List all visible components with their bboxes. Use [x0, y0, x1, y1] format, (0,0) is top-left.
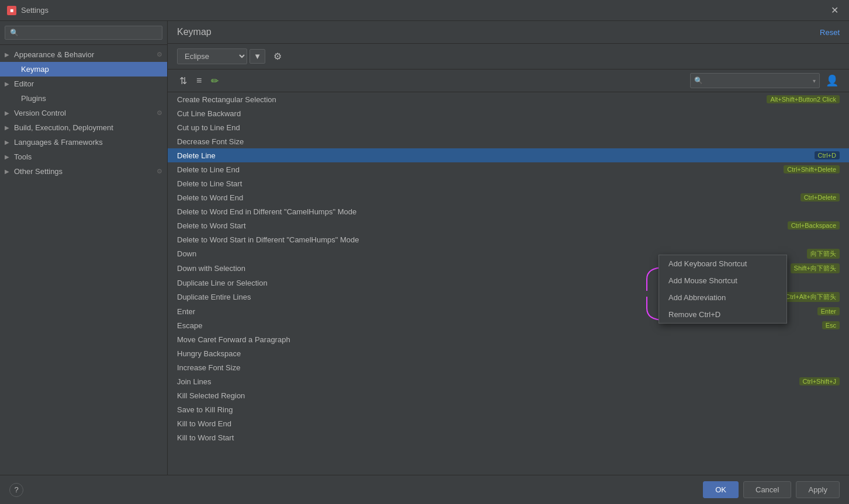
sidebar-item-languages[interactable]: ▶ Languages & Frameworks	[0, 135, 167, 150]
context-menu-item-remove[interactable]: Remove Ctrl+D	[659, 306, 786, 323]
context-menu-item-add-abbreviation[interactable]: Add Abbreviation	[659, 289, 786, 306]
table-row[interactable]: Cut Line Backward	[168, 106, 849, 120]
keymap-selector: Eclipse ▼	[177, 48, 265, 64]
sidebar-item-editor[interactable]: ▶ Editor	[0, 77, 167, 91]
expand-arrow-other: ▶	[5, 168, 11, 175]
keymap-filter-input[interactable]	[705, 75, 810, 86]
table-row[interactable]: Cut up to Line End	[168, 120, 849, 134]
main-content: ▶ Appearance & Behavior ⚙ Keymap ▶ Edito…	[0, 21, 849, 475]
table-row[interactable]: Join Lines Ctrl+Shift+J	[168, 374, 849, 388]
ok-button[interactable]: OK	[703, 481, 739, 498]
sidebar-item-other[interactable]: ▶ Other Settings ⚙	[0, 164, 167, 179]
shortcut-badge: Ctrl+Shift+J	[799, 377, 840, 385]
sidebar-label-other: Other Settings	[14, 167, 63, 176]
sidebar-label-vcs: Version Control	[14, 109, 66, 117]
table-row[interactable]: Kill to Word End	[168, 416, 849, 430]
sidebar-label-keymap: Keymap	[21, 65, 49, 74]
expand-arrow-vcs: ▶	[5, 110, 11, 116]
expand-all-button[interactable]: ⇅	[177, 74, 189, 88]
shortcut-badge: 向下箭头	[807, 249, 840, 259]
sidebar-item-build[interactable]: ▶ Build, Execution, Deployment	[0, 120, 167, 135]
action-name: Move Caret Forward a Paragraph	[177, 335, 840, 344]
expand-arrow-appearance: ▶	[5, 51, 11, 58]
expand-arrow-build: ▶	[5, 124, 11, 131]
help-button[interactable]: ?	[9, 483, 23, 497]
context-menu-label-add-abbreviation: Add Abbreviation	[668, 293, 726, 302]
table-row[interactable]: Delete to Word End Ctrl+Delete	[168, 190, 849, 204]
sidebar-search-input[interactable]	[5, 26, 162, 40]
table-row[interactable]: Kill to Word Start	[168, 430, 849, 444]
context-menu-label-add-mouse: Add Mouse Shortcut	[668, 276, 737, 285]
table-row[interactable]: Delete to Word End in Different "CamelHu…	[168, 204, 849, 218]
table-row[interactable]: Delete to Word Start in Different "Camel…	[168, 232, 849, 246]
action-name: Delete to Line End	[177, 165, 779, 174]
table-row[interactable]: Decrease Font Size	[168, 134, 849, 148]
action-name: Kill to Word Start	[177, 433, 840, 442]
sidebar-item-tools[interactable]: ▶ Tools	[0, 150, 167, 164]
collapse-all-button[interactable]: ≡	[194, 74, 204, 87]
table-row[interactable]: Delete to Word Start Ctrl+Backspace	[168, 218, 849, 232]
sidebar-label-build: Build, Execution, Deployment	[14, 123, 113, 132]
sidebar-item-keymap[interactable]: Keymap	[0, 62, 167, 77]
keymap-dropdown-arrow[interactable]: ▼	[249, 49, 265, 64]
sidebar: ▶ Appearance & Behavior ⚙ Keymap ▶ Edito…	[0, 21, 168, 475]
edit-button[interactable]: ✏	[209, 74, 221, 88]
sidebar-item-plugins[interactable]: Plugins	[0, 91, 167, 106]
cancel-button[interactable]: Cancel	[743, 481, 791, 498]
page-title: Keymap	[177, 27, 212, 37]
context-menu-item-add-mouse[interactable]: Add Mouse Shortcut	[659, 272, 786, 289]
sidebar-tree: ▶ Appearance & Behavior ⚙ Keymap ▶ Edito…	[0, 45, 167, 475]
action-name: Delete to Word Start in Different "Camel…	[177, 235, 840, 244]
expand-arrow-tools: ▶	[5, 154, 11, 160]
sidebar-item-appearance[interactable]: ▶ Appearance & Behavior ⚙	[0, 47, 167, 62]
sidebar-item-vcs[interactable]: ▶ Version Control ⚙	[0, 106, 167, 120]
close-button[interactable]: ✕	[827, 4, 842, 17]
context-menu-label-add-keyboard: Add Keyboard Shortcut	[668, 259, 747, 268]
action-name: Increase Font Size	[177, 363, 840, 372]
shortcut-badge: Esc	[822, 321, 840, 329]
action-name: Cut Line Backward	[177, 109, 840, 118]
shortcut-badge: Ctrl+Shift+Delete	[784, 165, 840, 173]
action-name: Join Lines	[177, 377, 795, 386]
action-name: Delete to Word End	[177, 193, 796, 202]
expand-arrow-editor: ▶	[5, 81, 11, 87]
apply-button[interactable]: Apply	[796, 481, 840, 498]
sidebar-search-box	[0, 21, 167, 45]
expand-arrow-languages: ▶	[5, 139, 11, 145]
action-name: Decrease Font Size	[177, 137, 840, 146]
main-header: Keymap Reset	[168, 21, 849, 44]
shortcut-badge: Ctrl+Alt+向下箭头	[782, 292, 840, 302]
shortcut-badge: Alt+Shift+Button2 Click	[767, 95, 840, 103]
main-panel: Keymap Reset Eclipse ▼ ⚙ ⇅ ≡ ✏	[168, 21, 849, 475]
sidebar-label-appearance: Appearance & Behavior	[14, 50, 94, 59]
filter-dropdown-icon: ▾	[813, 78, 816, 84]
keymap-settings-gear[interactable]: ⚙	[270, 50, 285, 63]
table-row-delete-line[interactable]: Delete Line Ctrl+D	[168, 148, 849, 162]
table-row[interactable]: Kill Selected Region	[168, 388, 849, 402]
table-row[interactable]: Save to Kill Ring	[168, 402, 849, 416]
shortcut-badge-delete-line: Ctrl+D	[815, 151, 840, 159]
table-row[interactable]: Increase Font Size	[168, 360, 849, 374]
keymap-dropdown[interactable]: Eclipse	[177, 48, 247, 64]
context-menu-item-add-keyboard[interactable]: Add Keyboard Shortcut	[659, 255, 786, 272]
user-icon-button[interactable]: 👤	[824, 73, 840, 88]
bottom-bar: ? OK Cancel Apply	[0, 475, 849, 504]
sidebar-label-plugins: Plugins	[21, 94, 46, 103]
table-row[interactable]: Create Rectangular Selection Alt+Shift+B…	[168, 92, 849, 106]
reset-button[interactable]: Reset	[820, 28, 840, 37]
keymap-toolbar: Eclipse ▼ ⚙	[168, 44, 849, 69]
action-name: Kill to Word End	[177, 419, 840, 428]
table-row[interactable]: Delete to Line End Ctrl+Shift+Delete	[168, 162, 849, 176]
search-right: 🔍 ▾ 👤	[690, 73, 840, 88]
table-row[interactable]: Move Caret Forward a Paragraph	[168, 332, 849, 346]
table-row[interactable]: Delete to Line Start	[168, 176, 849, 190]
shortcut-badge: Shift+向下箭头	[791, 263, 840, 273]
action-name: Hungry Backspace	[177, 349, 840, 358]
action-name: Delete to Line Start	[177, 179, 840, 188]
filter-search-icon: 🔍	[694, 77, 703, 85]
app-icon: ■	[7, 6, 16, 15]
table-row[interactable]: Hungry Backspace	[168, 346, 849, 360]
bottom-actions: OK Cancel Apply	[703, 481, 840, 498]
keymap-list-container: Create Rectangular Selection Alt+Shift+B…	[168, 92, 849, 475]
shortcut-badge: Enter	[817, 307, 840, 315]
